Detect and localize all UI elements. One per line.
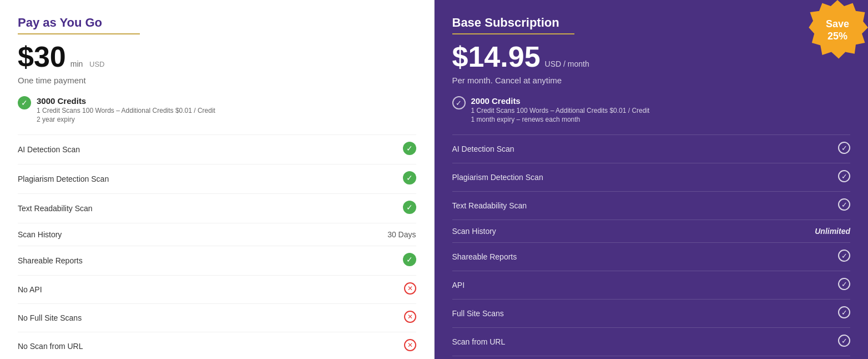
left-title-underline xyxy=(18,33,140,34)
left-feature-row: Scan History30 Days xyxy=(18,223,416,246)
right-credits-info: 2000 Credits 1 Credit Scans 100 Words – … xyxy=(471,96,650,123)
cross-icon xyxy=(404,339,416,353)
right-feature-row: Plagiarism Detection Scan xyxy=(452,163,851,191)
feature-label: Scan History xyxy=(18,230,62,239)
left-credits-info: 3000 Credits 1 Credit Scans 100 Words – … xyxy=(37,96,215,123)
right-price-main: $14.95 xyxy=(452,40,541,73)
feature-label: No Scan from URL xyxy=(18,342,83,351)
check-icon xyxy=(838,306,850,321)
check-circle-white-icon xyxy=(838,306,850,318)
check-icon xyxy=(403,201,416,216)
right-credits-label: 2000 Credits xyxy=(471,96,650,106)
check-icon xyxy=(838,170,850,185)
check-circle-icon xyxy=(403,253,416,266)
left-price-main: $30 xyxy=(18,40,66,73)
check-circle-white-icon xyxy=(838,250,850,262)
check-circle-white-icon xyxy=(838,198,850,211)
feature-label: Shareable Reports xyxy=(452,252,517,261)
left-feature-row: No Full Site Scans xyxy=(18,303,416,332)
cross-circle-icon xyxy=(404,339,416,351)
check-icon xyxy=(838,278,850,292)
cross-icon xyxy=(404,282,416,297)
feature-label: Text Readability Scan xyxy=(452,201,527,210)
right-price-row: $14.95 USD / month xyxy=(452,40,851,73)
check-circle-white-icon xyxy=(838,278,850,290)
check-circle-icon xyxy=(403,142,416,155)
feature-label: AI Detection Scan xyxy=(18,145,80,154)
right-price-desc: Per month. Cancel at anytime xyxy=(452,76,851,85)
right-price-unit: USD / month xyxy=(545,59,589,68)
right-credits-check-icon xyxy=(452,96,466,109)
check-icon xyxy=(838,198,850,213)
right-credits-detail1: 1 Credit Scans 100 Words – Additional Cr… xyxy=(471,107,650,114)
check-icon xyxy=(838,335,850,349)
right-credits-detail2: 1 month expiry – renews each month xyxy=(471,116,650,123)
feature-label: Text Readability Scan xyxy=(18,204,93,213)
right-feature-row: Team Management xyxy=(452,356,851,359)
feature-label: Scan History xyxy=(452,227,496,236)
right-features-list: AI Detection ScanPlagiarism Detection Sc… xyxy=(452,134,851,359)
cross-icon xyxy=(404,311,416,325)
check-icon xyxy=(403,253,416,268)
right-feature-row: Scan HistoryUnlimited xyxy=(452,220,851,242)
left-feature-row: AI Detection Scan xyxy=(18,134,416,164)
cross-circle-icon xyxy=(404,282,416,295)
feature-text-value: 30 Days xyxy=(387,230,416,239)
check-circle-icon xyxy=(403,171,416,185)
check-circle-icon xyxy=(403,201,416,214)
left-feature-row: Plagiarism Detection Scan xyxy=(18,164,416,193)
check-circle-white-icon xyxy=(838,170,850,182)
left-credits-row: 3000 Credits 1 Credit Scans 100 Words – … xyxy=(18,96,416,123)
save-badge-line1: Save xyxy=(826,18,849,31)
right-feature-row: Shareable Reports xyxy=(452,242,851,271)
right-feature-row: Text Readability Scan xyxy=(452,191,851,220)
check-icon xyxy=(838,142,850,156)
feature-label: API xyxy=(452,281,465,290)
right-feature-row: Full Site Scans xyxy=(452,299,851,327)
cross-circle-icon xyxy=(404,311,416,323)
right-credits-row: 2000 Credits 1 Credit Scans 100 Words – … xyxy=(452,96,851,123)
right-panel: Save 25% Base Subscription $14.95 USD / … xyxy=(435,0,869,359)
left-credits-detail1: 1 Credit Scans 100 Words – Additional Cr… xyxy=(37,107,215,114)
feature-label: Plagiarism Detection Scan xyxy=(18,174,109,183)
right-feature-row: AI Detection Scan xyxy=(452,134,851,163)
check-icon xyxy=(838,250,850,264)
left-feature-row: No Scan from URL xyxy=(18,332,416,359)
left-feature-row: No API xyxy=(18,275,416,303)
left-feature-row: Shareable Reports xyxy=(18,246,416,275)
left-price-row: $30 min USD xyxy=(18,40,416,73)
left-price-desc: One time payment xyxy=(18,76,416,85)
right-feature-row: API xyxy=(452,271,851,299)
left-credits-check-icon xyxy=(18,96,31,109)
left-credits-detail2: 2 year expiry xyxy=(37,116,215,123)
feature-label: No API xyxy=(18,285,42,294)
feature-label: AI Detection Scan xyxy=(452,144,514,153)
feature-label: Full Site Scans xyxy=(452,309,504,318)
feature-label: Shareable Reports xyxy=(18,256,83,265)
left-plan-title: Pay as You Go xyxy=(18,16,416,30)
save-badge-line2: 25% xyxy=(827,31,847,43)
feature-label: Plagiarism Detection Scan xyxy=(452,173,543,182)
right-feature-row: Scan from URL xyxy=(452,327,851,356)
left-features-list: AI Detection ScanPlagiarism Detection Sc… xyxy=(18,134,416,359)
right-title-underline xyxy=(452,33,574,34)
check-circle-white-icon xyxy=(838,142,850,154)
feature-label: Scan from URL xyxy=(452,337,506,346)
left-feature-row: Text Readability Scan xyxy=(18,193,416,223)
left-price-suffix: min USD xyxy=(70,59,105,68)
left-panel: Pay as You Go $30 min USD One time payme… xyxy=(0,0,435,359)
left-credits-label: 3000 Credits xyxy=(37,96,215,106)
feature-label: No Full Site Scans xyxy=(18,313,82,322)
check-icon xyxy=(403,142,416,157)
check-circle-white-icon xyxy=(838,335,850,347)
check-icon xyxy=(403,171,416,187)
right-plan-title: Base Subscription xyxy=(452,16,851,30)
feature-text-value: Unlimited xyxy=(815,227,850,236)
